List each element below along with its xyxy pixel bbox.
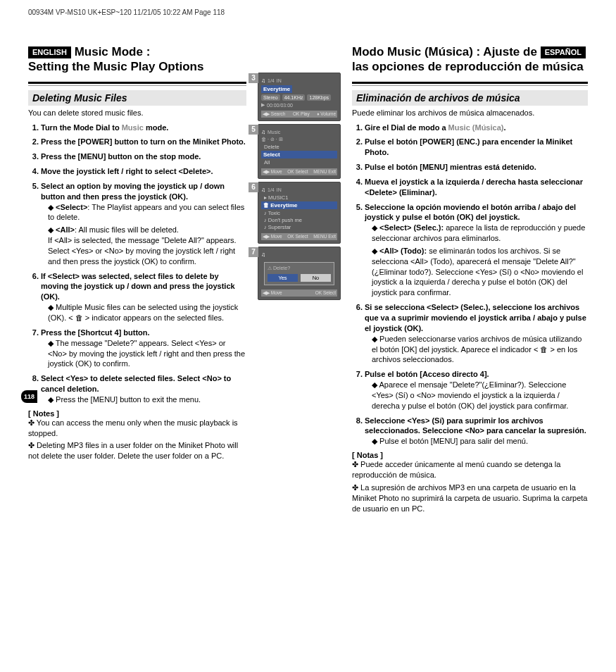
page-number: 118	[21, 390, 37, 403]
figure-7: 7 ⚠ Delete? YesNo ◀▶ MoveOK Select	[258, 247, 341, 300]
fig-badge-6: 6	[249, 182, 258, 192]
es-step-5b: <All> (Todo): se eliminarán todos los ar…	[372, 246, 588, 298]
es-step-7a: Aparece el mensaje "Delete?"(¿Eliminar?)…	[372, 380, 588, 411]
rule-es	[352, 82, 588, 86]
print-header: 00934M VP-MS10 UK+ESP~120 11/21/05 10:22…	[28, 8, 588, 16]
step-6: If <Select> was selected, select files t…	[41, 271, 246, 323]
notes-head-es: [ Notas ]	[352, 451, 588, 459]
figure-3: 3 1/4 IN Everytime Stereo44.1KHz128Kbps …	[258, 73, 341, 121]
es-step-5a: <Select> (Selec.): aparece la lista de r…	[372, 223, 588, 244]
note-1-es: Puede acceder únicamente al menú cuando …	[352, 459, 588, 480]
es-step-4: Mueva el joystick a la izquierda / derec…	[365, 177, 588, 198]
title-es: Modo Music (Música) : Ajuste de ESPAÑOL …	[352, 44, 588, 75]
step-5a: <Select>: <Select>: The Playlist appears…	[48, 202, 246, 223]
title-es-2: las opciones de reproducción de música	[352, 59, 588, 74]
title-en-2: Setting the Music Play Options	[28, 59, 246, 74]
subhead-en: Deleting Music Files	[28, 90, 246, 106]
step-5b: <All>: All music files will be deleted.I…	[48, 225, 246, 266]
lang-badge-en: ENGLISH	[28, 46, 71, 59]
title-en-1: Music Mode :	[75, 45, 151, 58]
step-7: Press the [Shortcut 4] button. The messa…	[41, 328, 246, 369]
intro-en: You can delete stored music files.	[28, 108, 246, 117]
step-6a: Multiple Music files can be selected usi…	[48, 302, 246, 323]
step-4: Move the joystick left / right to select…	[41, 166, 246, 177]
step-5: Select an option by moving the joystick …	[41, 181, 246, 267]
intro-es: Puede eliminar los archivos de música al…	[352, 108, 588, 117]
es-step-3: Pulse el botón [MENU] mientras está dete…	[365, 162, 588, 173]
title-es-1: Modo Music (Música) : Ajuste de	[352, 45, 537, 58]
rule	[28, 82, 246, 86]
step-8: Select <Yes> to delete selected files. S…	[41, 373, 246, 405]
subhead-es: Eliminación de archivos de música	[352, 90, 588, 106]
lang-badge-es: ESPAÑOL	[541, 46, 586, 59]
es-step-5: Seleccione la opción moviendo el botón a…	[365, 202, 588, 299]
es-step-7: Pulse el botón [Acceso directo 4]. Apare…	[365, 369, 588, 411]
step-3: Press the [MENU] button on the stop mode…	[41, 151, 246, 162]
note-2-en: Deleting MP3 files in a user folder on t…	[28, 440, 246, 461]
es-step-1: Gire el Dial de modo a Music (Música).	[365, 123, 588, 133]
notes-head-en: [ Notes ]	[28, 409, 246, 418]
es-step-2: Pulse el botón [POWER] (ENC.) para encen…	[365, 137, 588, 158]
step-7a: The message "Delete?" appears. Select <Y…	[48, 338, 246, 370]
step-8a: Press the [MENU] button to exit the menu…	[48, 394, 246, 405]
fig-badge-3: 3	[249, 73, 258, 83]
note-1-en: You can access the menu only when the mu…	[28, 418, 246, 439]
es-step-6: Si se selecciona <Select> (Selec.), sele…	[365, 302, 588, 365]
note-2-es: La supresión de archivos MP3 en una carp…	[352, 483, 588, 514]
fig-badge-7: 7	[249, 247, 258, 257]
step-2: Press the [POWER] button to turn on the …	[41, 137, 246, 147]
step-1: Turn the Mode Dial to Music mode.	[41, 123, 246, 133]
title-en: ENGLISH Music Mode : Setting the Music P…	[28, 44, 246, 75]
es-step-6a: Pueden seleccionarse varios archivos de …	[372, 334, 588, 366]
es-step-8a: Pulse el botón [MENU] para salir del men…	[372, 436, 588, 447]
figure-6: 6 1/4 IN ▸ MUSIC1 🗑 Everytime ♪ Toxic ♪ …	[258, 182, 341, 244]
es-step-8: Seleccione <Yes> (Sí) para suprimir los …	[365, 416, 588, 447]
figure-5: 5 Music 🗑 · ⊘ · ⊞ Delete Select All ◀▶ M…	[258, 124, 341, 179]
fig-badge-5: 5	[249, 125, 258, 135]
